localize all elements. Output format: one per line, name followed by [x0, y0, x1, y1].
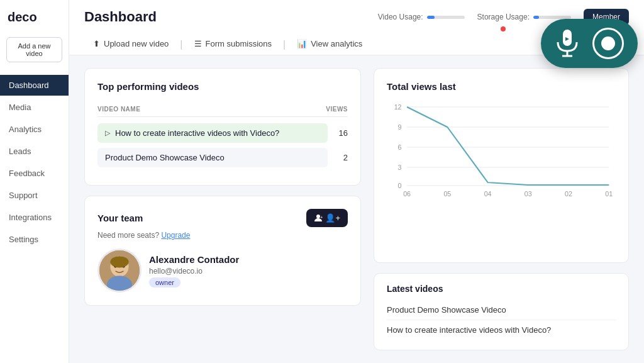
left-panel: Top performing videos VIDEO NAME VIEWS ▷…: [84, 68, 361, 350]
svg-text:9: 9: [398, 124, 402, 131]
sidebar-item-support[interactable]: Support: [0, 185, 69, 206]
sidebar-item-settings[interactable]: Settings: [0, 229, 69, 250]
forms-label: Form submissions: [206, 39, 272, 48]
add-member-icon: +: [314, 214, 323, 223]
col-name-header: VIDEO NAME: [97, 106, 140, 113]
video-name-highlighted[interactable]: ▷ How to create interactive videos with …: [97, 123, 328, 143]
view-count-1: 16: [335, 128, 348, 138]
latest-videos-card: Latest videos Product Demo Showcase Vide…: [374, 273, 629, 350]
svg-text:04: 04: [484, 191, 492, 198]
form-icon: ☰: [194, 39, 202, 48]
chart-svg: 12 9 6 3 0 06 05 04 03 02: [387, 101, 616, 201]
svg-text:3: 3: [398, 164, 402, 171]
sidebar-nav: Dashboard Media Analytics Leads Feedback…: [0, 75, 69, 250]
video-name-2: Product Demo Showcase Videco: [105, 153, 225, 162]
upload-video-button[interactable]: ⬆ Upload new video: [84, 34, 177, 55]
form-submissions-button[interactable]: ☰ Form submissions: [186, 34, 280, 55]
team-subtitle: Need more seats? Upgrade: [97, 231, 348, 240]
team-card-header: Your team + 👤+: [97, 209, 348, 227]
video-usage-bar-fill: [427, 16, 435, 19]
svg-text:01: 01: [605, 191, 613, 198]
latest-video-name-1: Product Demo Showcase Videco: [387, 305, 506, 315]
member-role-badge: owner: [149, 277, 180, 288]
page-title: Dashboard: [84, 9, 157, 25]
member-info: Alexandre Contador hello@videco.io owner: [149, 254, 239, 288]
toolbar-sep-2: |: [280, 39, 288, 50]
avatar-svg: [99, 250, 140, 291]
top-videos-card: Top performing videos VIDEO NAME VIEWS ▷…: [84, 68, 361, 186]
add-member-button[interactable]: + 👤+: [306, 209, 348, 227]
body-area: Top performing videos VIDEO NAME VIEWS ▷…: [69, 55, 644, 363]
record-button[interactable]: [592, 28, 624, 59]
top-videos-title: Top performing videos: [97, 81, 348, 92]
table-row: ▷ How to create interactive videos with …: [97, 123, 348, 143]
video-usage: Video Usage:: [378, 13, 465, 21]
mic-icon: [555, 28, 580, 59]
avatar: [97, 249, 142, 293]
add-video-button[interactable]: Add a new video: [6, 37, 62, 62]
app-logo: deco: [0, 10, 69, 37]
chart-area: 12 9 6 3 0 06 05 04 03 02: [387, 101, 616, 201]
svg-text:03: 03: [525, 191, 532, 198]
member-row: Alexandre Contador hello@videco.io owner: [97, 249, 348, 293]
member-email: hello@videco.io: [149, 267, 239, 276]
sidebar-item-feedback[interactable]: Feedback: [0, 163, 69, 184]
svg-text:6: 6: [398, 144, 402, 151]
sidebar-item-analytics[interactable]: Analytics: [0, 119, 69, 140]
recording-overlay: [541, 19, 638, 68]
view-analytics-button[interactable]: 📊 View analytics: [288, 34, 371, 55]
sidebar: deco Add a new video Dashboard Media Ana…: [0, 0, 69, 363]
member-name: Alexandre Contador: [149, 254, 239, 265]
svg-text:02: 02: [565, 191, 572, 198]
upload-label: Upload new video: [104, 39, 169, 48]
video-usage-label: Video Usage:: [378, 13, 423, 21]
avatar-face: [99, 250, 140, 291]
upload-icon: ⬆: [93, 39, 100, 48]
svg-text:+: +: [320, 215, 323, 220]
list-item[interactable]: How to create interactive videos with Vi…: [387, 320, 616, 340]
play-icon: ▷: [105, 129, 110, 137]
latest-video-name-2: How to create interactive videos with Vi…: [387, 325, 551, 335]
record-dot: [601, 36, 615, 50]
svg-text:05: 05: [443, 191, 451, 198]
storage-usage-bar-fill: [533, 16, 539, 19]
video-table-header: VIDEO NAME VIEWS: [97, 102, 348, 117]
record-circle: [592, 28, 624, 59]
team-title: Your team: [97, 213, 143, 223]
svg-rect-24: [563, 30, 572, 46]
storage-usage-bar-bg: [533, 16, 571, 19]
latest-videos-title: Latest videos: [387, 284, 616, 294]
svg-text:0: 0: [398, 182, 402, 189]
red-dot-indicator: [501, 26, 506, 31]
video-usage-bar-bg: [427, 16, 465, 19]
video-name-plain[interactable]: Product Demo Showcase Videco: [97, 148, 328, 167]
storage-usage-label: Storage Usage:: [477, 13, 530, 21]
right-panel: Total views last 12 9 6: [374, 68, 629, 350]
upgrade-link[interactable]: Upgrade: [161, 231, 190, 240]
svg-text:06: 06: [403, 191, 411, 198]
sidebar-item-dashboard[interactable]: Dashboard: [0, 75, 69, 96]
list-item[interactable]: Product Demo Showcase Videco: [387, 300, 616, 320]
svg-point-7: [110, 256, 128, 267]
sidebar-item-media[interactable]: Media: [0, 97, 69, 118]
sidebar-item-integrations[interactable]: Integrations: [0, 207, 69, 228]
team-card: Your team + 👤+ Need more seats? U: [84, 196, 361, 306]
view-count-2: 2: [335, 153, 348, 162]
video-name-1: How to create interactive videos with Vi…: [115, 128, 279, 138]
chart-title: Total views last: [387, 81, 616, 92]
table-row: Product Demo Showcase Videco 2: [97, 148, 348, 167]
toolbar-sep-1: |: [177, 39, 185, 50]
chart-card: Total views last 12 9 6: [374, 68, 629, 263]
analytics-label: View analytics: [311, 39, 362, 48]
analytics-icon: 📊: [297, 39, 307, 48]
col-views-header: VIEWS: [326, 106, 348, 113]
mic-button[interactable]: [555, 28, 580, 59]
sidebar-item-leads[interactable]: Leads: [0, 141, 69, 162]
svg-text:12: 12: [394, 104, 402, 111]
